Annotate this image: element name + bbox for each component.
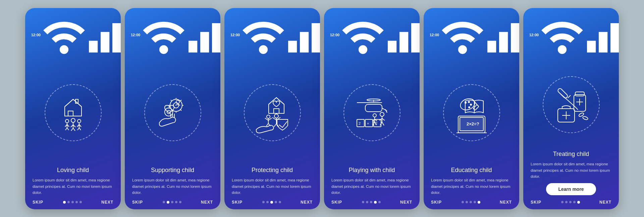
status-bar-6: 12:00 bbox=[523, 8, 619, 60]
icon-area-2 bbox=[144, 60, 201, 165]
next-btn-6[interactable]: NEXT bbox=[599, 200, 611, 205]
svg-line-53 bbox=[266, 123, 268, 126]
bottom-nav-2: SKIP NEXT bbox=[125, 197, 220, 209]
svg-line-37 bbox=[171, 110, 172, 111]
icon-area-1 bbox=[45, 60, 102, 165]
next-btn-5[interactable]: NEXT bbox=[500, 200, 512, 205]
svg-rect-61 bbox=[388, 41, 396, 52]
body-5: Lorem ipsum dolor sit dim amet, mea regi… bbox=[424, 175, 519, 197]
dot-5-0 bbox=[462, 201, 464, 203]
skip-btn-1[interactable]: SKIP bbox=[33, 200, 43, 205]
screen-treating: 12:00 bbox=[523, 8, 619, 209]
svg-line-36 bbox=[180, 110, 181, 111]
title-6: Treating child bbox=[546, 149, 596, 159]
svg-line-82 bbox=[382, 122, 384, 125]
bottom-nav-5: SKIP NEXT bbox=[424, 197, 519, 209]
dot-4-1 bbox=[366, 201, 368, 203]
dot-1-4 bbox=[79, 201, 82, 203]
dot-2-2 bbox=[171, 201, 173, 203]
svg-line-35 bbox=[171, 100, 172, 101]
wifi-icon-1 bbox=[41, 11, 88, 58]
circle-1 bbox=[45, 84, 102, 141]
svg-point-49 bbox=[267, 115, 270, 118]
svg-line-42 bbox=[170, 113, 171, 118]
status-icons-5 bbox=[439, 11, 519, 58]
loving-icon bbox=[50, 89, 97, 136]
dot-4-4 bbox=[378, 201, 381, 203]
svg-point-97 bbox=[468, 106, 470, 108]
svg-line-15 bbox=[71, 125, 73, 127]
svg-line-112 bbox=[568, 95, 571, 98]
dot-1-1 bbox=[67, 201, 70, 203]
screen-supporting: 12:00 bbox=[125, 8, 220, 209]
screen-loving: 12:00 bbox=[25, 8, 121, 209]
skip-btn-3[interactable]: SKIP bbox=[232, 200, 243, 205]
educating-icon: 2×2=? bbox=[448, 89, 495, 136]
wifi-icon-4 bbox=[339, 11, 386, 58]
svg-line-38 bbox=[180, 100, 181, 101]
svg-rect-90 bbox=[499, 32, 508, 52]
svg-point-7 bbox=[65, 119, 69, 123]
signal-icon-3 bbox=[288, 11, 320, 58]
signal-icon-1 bbox=[89, 11, 121, 58]
wifi-icon-2 bbox=[140, 11, 187, 58]
svg-rect-62 bbox=[399, 32, 408, 52]
dots-1 bbox=[63, 201, 82, 204]
screen-playing: 12:00 2 bbox=[324, 8, 420, 209]
next-btn-3[interactable]: NEXT bbox=[301, 200, 313, 205]
dots-2 bbox=[163, 201, 181, 204]
dot-1-3 bbox=[75, 201, 78, 203]
dots-4 bbox=[362, 201, 381, 204]
icon-area-5: 2×2=? bbox=[443, 60, 500, 165]
status-icons-1 bbox=[41, 11, 121, 58]
signal-icon-6 bbox=[587, 11, 619, 58]
svg-text:×: × bbox=[367, 121, 369, 125]
dot-6-1 bbox=[565, 201, 568, 203]
svg-rect-106 bbox=[599, 32, 607, 52]
skip-btn-2[interactable]: SKIP bbox=[132, 200, 143, 205]
title-1: Loving child bbox=[50, 165, 96, 175]
svg-line-17 bbox=[71, 128, 73, 131]
learn-more-button[interactable]: Learn more bbox=[546, 183, 596, 195]
svg-point-83 bbox=[373, 114, 376, 117]
skip-btn-4[interactable]: SKIP bbox=[331, 200, 342, 205]
svg-point-13 bbox=[71, 118, 75, 122]
wifi-icon-5 bbox=[439, 11, 486, 58]
next-btn-2[interactable]: NEXT bbox=[201, 200, 213, 205]
dot-1-2 bbox=[71, 201, 74, 203]
svg-point-93 bbox=[459, 97, 476, 112]
svg-rect-26 bbox=[200, 32, 209, 52]
time-3: 12:00 bbox=[230, 33, 240, 37]
signal-icon-2 bbox=[189, 11, 220, 58]
dot-4-2 bbox=[370, 201, 372, 203]
body-3: Lorem ipsum dolor sit dim amet, mea regi… bbox=[224, 175, 320, 197]
next-btn-1[interactable]: NEXT bbox=[101, 200, 113, 205]
svg-point-95 bbox=[468, 101, 470, 103]
dot-2-0 bbox=[163, 201, 165, 203]
status-icons-3 bbox=[240, 11, 320, 58]
circle-5: 2×2=? bbox=[443, 84, 500, 141]
treating-icon bbox=[548, 81, 595, 128]
protecting-icon bbox=[249, 89, 296, 136]
time-5: 12:00 bbox=[430, 33, 439, 37]
bottom-nav-6: SKIP NEXT bbox=[523, 197, 619, 209]
body-6: Lorem ipsum dolor sit dim amet, mea regi… bbox=[523, 159, 619, 181]
circle-3 bbox=[244, 84, 301, 141]
body-1: Lorem ipsum dolor sit dim amet, mea regi… bbox=[25, 175, 121, 197]
icon-area-6 bbox=[543, 60, 600, 149]
svg-line-11 bbox=[65, 128, 67, 130]
svg-rect-27 bbox=[212, 23, 220, 53]
svg-rect-63 bbox=[411, 23, 420, 53]
bottom-nav-4: SKIP NEXT bbox=[324, 197, 420, 209]
next-btn-4[interactable]: NEXT bbox=[400, 200, 412, 205]
svg-rect-114 bbox=[575, 92, 584, 96]
svg-line-4 bbox=[65, 99, 73, 107]
dot-3-4 bbox=[279, 201, 281, 203]
dot-5-1 bbox=[466, 201, 468, 203]
skip-btn-6[interactable]: SKIP bbox=[531, 200, 541, 205]
svg-rect-0 bbox=[89, 41, 98, 52]
svg-rect-25 bbox=[189, 41, 197, 52]
dot-2-4 bbox=[179, 201, 181, 203]
signal-icon-4 bbox=[388, 11, 420, 58]
skip-btn-5[interactable]: SKIP bbox=[431, 200, 442, 205]
